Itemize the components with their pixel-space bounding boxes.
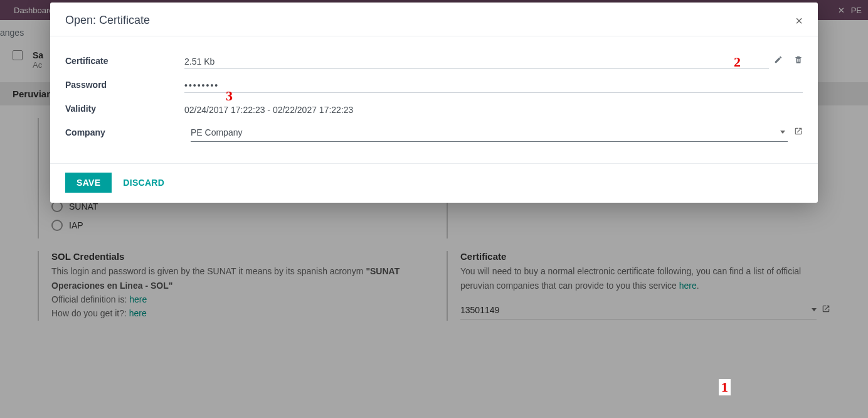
chevron-down-icon: [780, 131, 785, 134]
modal-close-button[interactable]: ×: [795, 14, 803, 27]
validity-value: 02/24/2017 17:22:23 - 02/22/2027 17:22:2…: [184, 101, 803, 117]
certificate-field[interactable]: 2.51 Kb: [184, 53, 769, 69]
pencil-icon[interactable]: [774, 55, 783, 67]
external-link-icon[interactable]: [794, 127, 803, 138]
certificate-modal: Open: Certificate × Certificate 2.51 Kb …: [50, 3, 818, 203]
annotation-3: 3: [226, 88, 233, 104]
validity-label: Validity: [65, 104, 184, 114]
save-button[interactable]: SAVE: [65, 173, 112, 193]
password-label: Password: [65, 80, 184, 90]
company-label: Company: [65, 127, 184, 137]
certificate-label: Certificate: [65, 56, 184, 66]
company-select[interactable]: PE Company: [191, 124, 788, 142]
modal-title: Open: Certificate: [65, 14, 150, 27]
trash-icon[interactable]: [794, 55, 803, 67]
discard-button[interactable]: DISCARD: [123, 178, 164, 188]
password-field[interactable]: ••••••••: [184, 77, 803, 93]
annotation-1: 1: [719, 379, 731, 395]
annotation-2: 2: [734, 54, 741, 70]
